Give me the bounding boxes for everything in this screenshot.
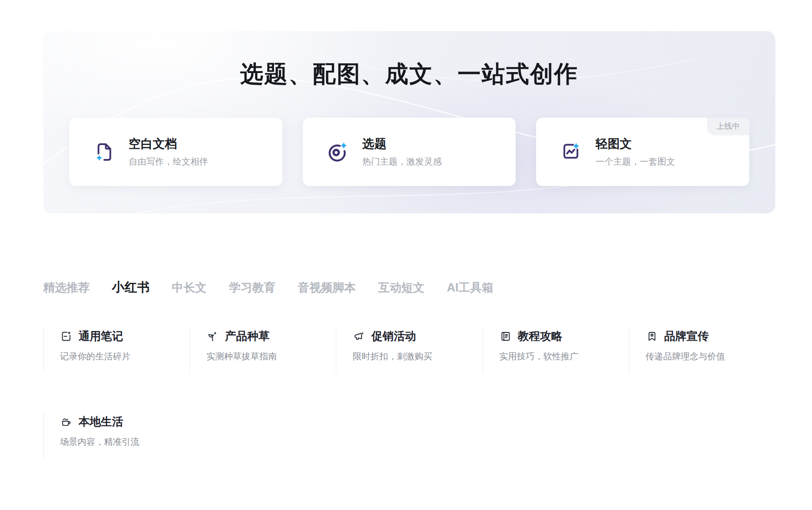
journal-icon xyxy=(499,330,512,343)
megaphone-icon xyxy=(353,330,365,343)
hero-card-row: 空白文档 自由写作，绘文相伴 选题 热门主题，激发灵感 上线中 xyxy=(43,118,775,186)
note-sparkle-icon xyxy=(60,330,72,343)
blank-document-card[interactable]: 空白文档 自由写作，绘文相伴 xyxy=(69,118,282,186)
category-subtitle: 传递品牌理念与价值 xyxy=(646,351,771,363)
category-product-seeding[interactable]: 产品种草 实测种草拔草指南 xyxy=(190,327,336,373)
category-tab-bar: 精选推荐 小红书 中长文 学习教育 音视频脚本 互动短文 AI工具箱 xyxy=(43,279,812,296)
category-title: 通用笔记 xyxy=(79,329,123,344)
card-subtitle: 热门主题，激发灵感 xyxy=(362,156,442,168)
card-subtitle: 自由写作，绘文相伴 xyxy=(129,156,208,168)
category-tutorial[interactable]: 教程攻略 实用技巧，软性推广 xyxy=(483,327,629,373)
category-local-life[interactable]: 本地生活 场景内容，精准引流 xyxy=(43,412,190,459)
card-title: 空白文档 xyxy=(129,136,208,152)
category-subtitle: 实测种草拔草指南 xyxy=(206,351,331,363)
bookmark-star-icon xyxy=(646,330,658,343)
sprout-icon xyxy=(206,330,219,343)
coffee-cup-icon xyxy=(60,416,72,428)
category-general-note[interactable]: 通用笔记 记录你的生活碎片 xyxy=(43,327,190,373)
card-subtitle: 一个主题，一套图文 xyxy=(596,156,675,168)
hero-banner: 选题、配图、成文、一站式创作 空白文档 自由写作，绘文相伴 选题 xyxy=(43,31,775,213)
tab-education[interactable]: 学习教育 xyxy=(229,280,275,295)
light-graphic-sparkle-icon xyxy=(559,140,583,164)
card-title: 轻图文 xyxy=(596,136,675,152)
tab-long-article[interactable]: 中长文 xyxy=(172,280,207,295)
category-title: 品牌宣传 xyxy=(664,329,709,344)
tab-featured[interactable]: 精选推荐 xyxy=(43,280,90,295)
topic-selection-card[interactable]: 选题 热门主题，激发灵感 xyxy=(303,118,516,186)
tab-short-post[interactable]: 互动短文 xyxy=(378,280,425,295)
tab-ai-toolbox[interactable]: AI工具箱 xyxy=(447,280,493,295)
tab-video-script[interactable]: 音视频脚本 xyxy=(298,280,356,295)
blank-document-sparkle-icon xyxy=(92,140,117,164)
category-title: 促销活动 xyxy=(371,329,416,344)
status-badge: 上线中 xyxy=(707,118,749,135)
category-subtitle: 场景内容，精准引流 xyxy=(60,436,185,448)
topic-eye-sparkle-icon xyxy=(326,140,350,164)
category-subtitle: 记录你的生活碎片 xyxy=(60,351,185,363)
category-subtitle: 限时折扣，刺激购买 xyxy=(353,351,478,363)
category-subtitle: 实用技巧，软性推广 xyxy=(499,351,624,363)
tab-xiaohongshu[interactable]: 小红书 xyxy=(112,279,150,296)
category-title: 本地生活 xyxy=(79,414,123,429)
card-title: 选题 xyxy=(362,136,442,152)
category-brand-promotion[interactable]: 品牌宣传 传递品牌理念与价值 xyxy=(629,327,775,373)
light-graphic-card[interactable]: 上线中 轻图文 一个主题，一套图文 xyxy=(536,118,749,186)
category-title: 教程攻略 xyxy=(518,329,563,344)
hero-title: 选题、配图、成文、一站式创作 xyxy=(43,31,775,87)
category-title: 产品种草 xyxy=(225,329,269,344)
category-promotion[interactable]: 促销活动 限时折扣，刺激购买 xyxy=(336,327,482,373)
template-category-grid: 通用笔记 记录你的生活碎片 产品种草 实测种草拔草指南 促销活动 限时折扣，刺激… xyxy=(43,327,775,459)
